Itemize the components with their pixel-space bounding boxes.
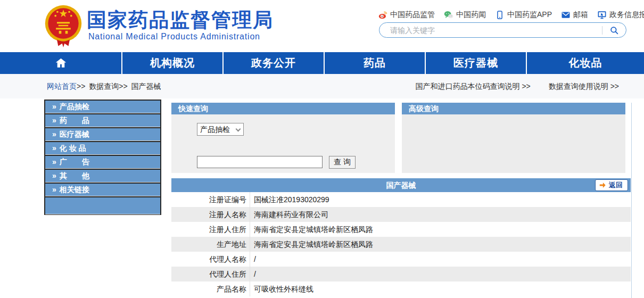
- nav-home[interactable]: [0, 52, 121, 74]
- advanced-query-panel: 高级查询: [402, 103, 625, 173]
- sidebar-item-related-links[interactable]: »相关链接: [45, 184, 160, 196]
- weibo-icon: [378, 10, 387, 20]
- table-row: 生产地址 海南省定安县定城镇塔岭新区栖凤路: [171, 237, 631, 252]
- row-label: 注册人住所: [171, 222, 250, 237]
- double-chevron-icon: »: [52, 171, 56, 180]
- quick-query-panel: 快速查询 产品抽检 查 询: [171, 103, 395, 173]
- mail-link-label: 邮箱: [573, 10, 588, 20]
- mail-icon: [561, 10, 571, 20]
- header-quick-links: 中国药品监管 中国药闻 中国药监APP: [378, 9, 628, 21]
- barcode-query-help-link[interactable]: 国产和进口药品本位码查询说明 >>: [416, 82, 531, 92]
- advanced-query-body: [402, 114, 625, 173]
- double-chevron-icon: »: [52, 158, 56, 166]
- row-value: /: [250, 267, 631, 282]
- table-row: 代理人名称 /: [171, 252, 631, 267]
- wechat-icon: [444, 10, 453, 20]
- row-value: 可吸收性外科缝线: [250, 282, 631, 296]
- row-label: 代理人住所: [171, 267, 250, 282]
- sidebar-item-cosmetics[interactable]: »化 妆 品: [45, 142, 160, 154]
- national-emblem-logo[interactable]: [44, 4, 83, 49]
- double-chevron-icon: »: [52, 116, 56, 125]
- nav-item-medical-devices[interactable]: 医疗器械: [425, 52, 526, 74]
- row-label: 注册证编号: [171, 192, 250, 207]
- wechat-link[interactable]: 中国药闻: [444, 10, 486, 20]
- sidebar-spacer: [45, 197, 160, 214]
- nav-item-org[interactable]: 机构概况: [121, 52, 222, 74]
- quick-query-title: 快速查询: [171, 103, 395, 114]
- table-row: 注册人住所 海南省定安县定城镇塔岭新区栖凤路: [171, 222, 631, 237]
- sidebar: »产品抽检 »药 品 »医疗器械 »化 妆 品 »广 告 »其 他 »相关链接: [44, 100, 161, 215]
- sidebar-item-product-sampling[interactable]: »产品抽检: [45, 101, 160, 113]
- row-value: 海南省定安县定城镇塔岭新区栖凤路: [250, 222, 631, 237]
- help-links: 国产和进口药品本位码查询说明 >> 数据查询使用说明 >>: [416, 82, 620, 92]
- weibo-link-label: 中国药品监管: [390, 10, 435, 20]
- result-table: 国产器械 返回 注册证编号 国械注准20193020299 注册人名称 海南建科…: [171, 178, 631, 296]
- sidebar-item-label: 医疗器械: [60, 130, 89, 138]
- breadcrumb-home-link[interactable]: 网站首页: [47, 82, 77, 90]
- row-label: 代理人名称: [171, 252, 250, 267]
- category-select-wrap: 产品抽检: [197, 123, 244, 136]
- monitor-icon: [597, 10, 607, 20]
- gov-report-link-label: 政务信息报送: [609, 10, 644, 20]
- result-table-header: 国产器械 返回: [171, 178, 631, 192]
- row-label: 产品名称: [171, 282, 250, 296]
- row-label: 生产地址: [171, 237, 250, 252]
- breadcrumb-data-query-link[interactable]: 数据查询: [89, 82, 119, 90]
- search-icon: [609, 26, 619, 35]
- weibo-link[interactable]: 中国药品监管: [378, 10, 435, 20]
- breadcrumb-current: 国产器械: [131, 82, 161, 90]
- gov-report-link[interactable]: 政务信息报送: [597, 10, 644, 20]
- table-row: 注册证编号 国械注准20193020299: [171, 192, 631, 207]
- row-value: /: [250, 252, 631, 267]
- home-icon: [55, 57, 67, 69]
- phone-icon: [495, 10, 505, 20]
- sidebar-item-label: 相关链接: [60, 185, 89, 194]
- double-chevron-icon: »: [52, 144, 56, 152]
- header: 国家药品监督管理局 National Medical Products Admi…: [0, 0, 644, 52]
- result-table-title: 国产器械: [171, 178, 631, 192]
- sidebar-item-label: 广 告: [60, 158, 89, 166]
- sidebar-item-other[interactable]: »其 他: [45, 170, 160, 182]
- breadcrumb-separator: >>: [77, 82, 85, 90]
- sidebar-item-label: 其 他: [60, 171, 89, 180]
- main-nav: 机构概况 政务公开 药品 医疗器械 化妆品: [0, 52, 644, 74]
- table-row: 注册人名称 海南建科药业有限公司: [171, 207, 631, 222]
- mail-link[interactable]: 邮箱: [561, 10, 588, 20]
- data-query-help-link[interactable]: 数据查询使用说明 >>: [549, 82, 619, 92]
- page: 国家药品监督管理局 National Medical Products Admi…: [0, 0, 644, 298]
- content-right-border: [631, 103, 632, 298]
- search-button[interactable]: [602, 23, 626, 37]
- row-label: 注册人名称: [171, 207, 250, 222]
- site-search: [379, 22, 626, 38]
- app-link-label: 中国药监APP: [507, 10, 552, 20]
- nav-item-cosmetics[interactable]: 化妆品: [526, 52, 644, 74]
- quick-query-body: 产品抽检 查 询: [171, 114, 395, 173]
- breadcrumb-separator: >>: [119, 82, 127, 90]
- site-subtitle: National Medical Products Administration: [88, 32, 260, 42]
- back-button[interactable]: 返回: [595, 179, 628, 191]
- category-select[interactable]: 产品抽检: [197, 123, 244, 136]
- quick-query-keyword-input[interactable]: [197, 156, 323, 168]
- quick-query-search-button[interactable]: 查 询: [329, 156, 356, 169]
- nav-item-gov-affairs[interactable]: 政务公开: [222, 52, 324, 74]
- row-value: 海南省定安县定城镇塔岭新区栖凤路: [250, 237, 631, 252]
- double-chevron-icon: »: [52, 130, 56, 138]
- row-value: 国械注准20193020299: [250, 192, 631, 207]
- advanced-query-title: 高级查询: [402, 103, 625, 114]
- table-row: 产品名称 可吸收性外科缝线: [171, 282, 631, 296]
- sidebar-item-label: 药 品: [60, 116, 89, 125]
- back-button-label: 返回: [609, 180, 623, 190]
- sidebar-item-advertising[interactable]: »广 告: [45, 156, 160, 168]
- sidebar-item-medical-devices[interactable]: »医疗器械: [45, 128, 160, 140]
- row-value: 海南建科药业有限公司: [250, 207, 631, 222]
- national-emblem-icon: [44, 4, 83, 49]
- sidebar-item-label: 化 妆 品: [60, 144, 86, 152]
- sidebar-item-drugs[interactable]: »药 品: [45, 114, 160, 127]
- app-link[interactable]: 中国药监APP: [495, 10, 552, 20]
- nav-item-drugs[interactable]: 药品: [324, 52, 425, 74]
- site-search-input[interactable]: [379, 26, 602, 35]
- breadcrumb-bar: 网站首页>> 数据查询>> 国产器械 国产和进口药品本位码查询说明 >> 数据查…: [0, 74, 644, 98]
- sidebar-item-label: 产品抽检: [60, 102, 89, 111]
- site-title: 国家药品监督管理局: [87, 7, 274, 34]
- arrow-right-icon: [599, 181, 606, 189]
